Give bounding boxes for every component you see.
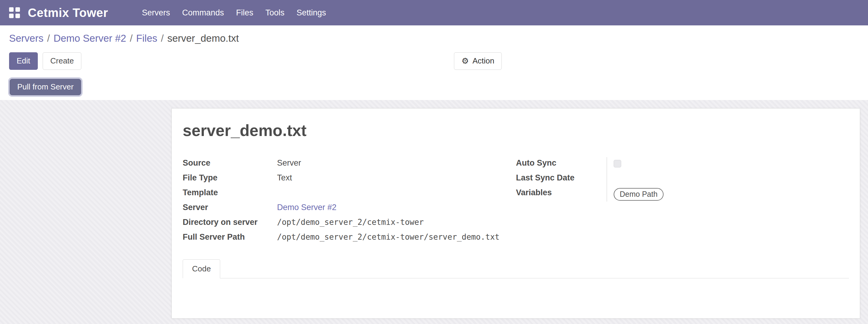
breadcrumb-separator: / [157,33,167,44]
field-row-directory: Directory on server /opt/demo_server_2/c… [183,217,516,231]
field-value-variables: Demo Path [607,187,849,202]
breadcrumb-current: server_demo.txt [167,33,239,44]
edit-button[interactable]: Edit [9,52,38,70]
pull-from-server-button[interactable]: Pull from Server [10,79,81,95]
field-row-server: Server Demo Server #2 [183,202,516,217]
nav-item-tools[interactable]: Tools [259,2,290,24]
field-label: Full Server Path [183,231,277,242]
variable-tag-demo-path[interactable]: Demo Path [614,188,663,201]
field-row-last-sync-date: Last Sync Date [516,172,849,187]
app-brand[interactable]: Cetmix Tower [28,6,108,20]
breadcrumb-demo-server[interactable]: Demo Server #2 [54,33,126,44]
field-value-last-sync-date [607,172,849,187]
field-row-variables: Variables Demo Path [516,187,849,202]
field-label: Last Sync Date [516,172,607,183]
field-label: Server [183,202,277,212]
tab-code[interactable]: Code [183,259,220,278]
field-label: Source [183,157,277,168]
auto-sync-checkbox[interactable] [614,160,621,167]
apps-grid-square [9,13,13,18]
action-menu-button[interactable]: ⚙ Action [454,52,502,70]
create-button[interactable]: Create [43,52,81,70]
field-label: Variables [516,187,607,197]
top-navbar: Cetmix Tower Servers Commands Files Tool… [0,0,868,25]
field-value-file-type: Text [277,172,516,187]
breadcrumb-servers[interactable]: Servers [9,33,43,44]
field-group-right: Auto Sync Last Sync Date Variables Demo … [516,157,849,246]
field-row-full-path: Full Server Path /opt/demo_server_2/cetm… [183,231,516,246]
tab-code-label: Code [192,264,211,273]
tab-code-content [183,278,849,319]
apps-grid-icon[interactable] [9,7,20,18]
screen: Cetmix Tower Servers Commands Files Tool… [0,0,868,324]
button-row: Edit Create ⚙ Action [0,52,868,70]
field-row-file-type: File Type Text [183,172,516,187]
nav-item-files[interactable]: Files [230,2,259,24]
main-menu: Servers Commands Files Tools Settings [136,2,332,24]
nav-item-servers[interactable]: Servers [136,2,176,24]
apps-grid-square [9,7,13,12]
field-value-auto-sync [607,157,849,172]
field-label: Template [183,187,277,197]
breadcrumb: Servers/Demo Server #2/Files/server_demo… [0,32,868,45]
field-row-source: Source Server [183,157,516,172]
nav-item-settings[interactable]: Settings [290,2,332,24]
gear-icon: ⚙ [462,56,469,66]
field-group-left: Source Server File Type Text Template Se… [183,157,516,246]
field-value-directory: /opt/demo_server_2/cetmix-tower [277,217,516,231]
breadcrumb-separator: / [43,33,54,44]
control-panel: Servers/Demo Server #2/Files/server_demo… [0,25,868,100]
field-groups: Source Server File Type Text Template Se… [183,157,849,246]
field-value-template [277,187,516,202]
form-sheet: server_demo.txt Source Server File Type … [172,108,860,319]
server-link[interactable]: Demo Server #2 [277,203,337,212]
apps-grid-square [16,13,20,18]
field-value-source: Server [277,157,516,172]
action-menu-label: Action [472,56,494,66]
notebook-tabs: Code [183,259,849,278]
field-value-server: Demo Server #2 [277,202,516,217]
field-value-full-path: /opt/demo_server_2/cetmix-tower/server_d… [277,231,516,246]
field-row-auto-sync: Auto Sync [516,157,849,172]
breadcrumb-files[interactable]: Files [136,33,157,44]
record-title: server_demo.txt [183,121,849,140]
pull-row: Pull from Server [0,79,868,96]
field-label: File Type [183,172,277,183]
field-label: Auto Sync [516,157,607,168]
apps-grid-square [16,7,20,12]
breadcrumb-separator: / [126,33,136,44]
nav-item-commands[interactable]: Commands [176,2,230,24]
field-row-template: Template [183,187,516,202]
form-view-background: server_demo.txt Source Server File Type … [0,100,868,324]
field-label: Directory on server [183,217,277,227]
